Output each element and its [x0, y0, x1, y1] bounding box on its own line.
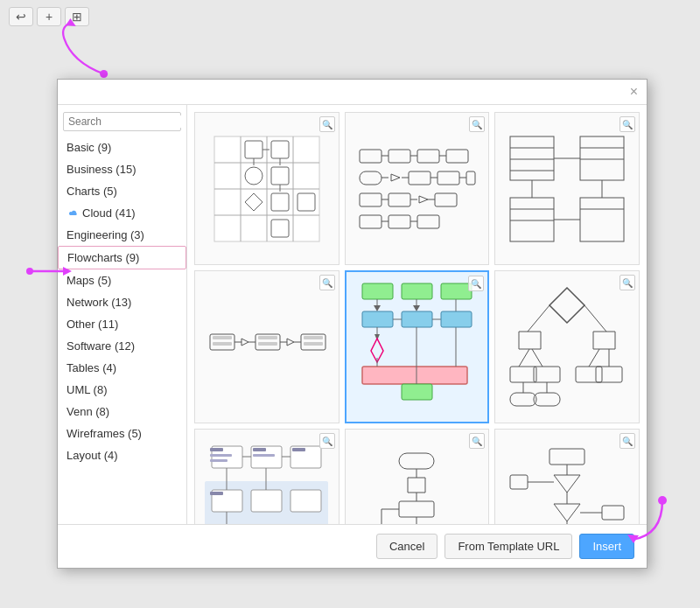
svg-point-166	[658, 496, 667, 505]
zoom-button-9[interactable]: 🔍	[620, 433, 635, 449]
card-content-6	[495, 271, 639, 423]
sidebar-item-basic[interactable]: Basic (9)	[58, 136, 186, 158]
from-template-url-button[interactable]: From Template URL	[444, 534, 572, 559]
zoom-button-3[interactable]: 🔍	[620, 116, 635, 132]
svg-rect-126	[292, 448, 305, 451]
svg-rect-94	[362, 367, 467, 384]
sidebar-item-business[interactable]: Business (15)	[58, 158, 186, 180]
svg-rect-46	[388, 215, 410, 228]
sidebar-item-wireframes[interactable]: Wireframes (5)	[58, 423, 186, 444]
svg-rect-59	[580, 198, 624, 241]
zoom-button-5[interactable]: 🔍	[468, 276, 484, 291]
svg-rect-32	[409, 171, 430, 185]
svg-rect-66	[213, 336, 232, 339]
card-content-2	[346, 113, 489, 264]
template-card-2[interactable]: 🔍	[345, 112, 490, 265]
sidebar-item-label: Basic (9)	[66, 141, 111, 154]
svg-rect-106	[534, 367, 560, 382]
svg-marker-30	[391, 174, 400, 181]
template-card-6[interactable]: 🔍	[494, 270, 640, 423]
sidebar-item-other[interactable]: Other (11)	[58, 313, 186, 335]
cloud-icon	[66, 209, 79, 218]
svg-rect-130	[290, 490, 321, 512]
grid-icon: ⊞	[72, 10, 82, 24]
sidebar-item-label: Business (15)	[66, 163, 136, 176]
card-content-5	[346, 272, 488, 422]
zoom-button-4[interactable]: 🔍	[319, 275, 335, 290]
svg-line-101	[528, 305, 550, 332]
sidebar-item-venn[interactable]: Venn (8)	[58, 401, 186, 423]
insert-button[interactable]: Insert	[579, 534, 634, 559]
svg-rect-104	[510, 367, 536, 382]
template-card-9[interactable]: 🔍	[494, 429, 640, 524]
svg-rect-72	[258, 336, 277, 339]
svg-rect-138	[399, 453, 434, 469]
svg-marker-140	[408, 478, 425, 493]
sidebar-item-maps[interactable]: Maps (5)	[58, 269, 186, 291]
sidebar-item-label: Maps (5)	[66, 274, 111, 287]
card-content-3	[495, 113, 639, 264]
sidebar-item-tables[interactable]: Tables (4)	[58, 357, 186, 379]
cancel-button[interactable]: Cancel	[376, 534, 438, 559]
close-button[interactable]: ×	[626, 83, 641, 101]
svg-marker-152	[554, 475, 580, 493]
svg-rect-120	[210, 454, 232, 457]
sidebar-item-network[interactable]: Network (13)	[58, 291, 186, 313]
sidebar-item-flowcharts[interactable]: Flowcharts (9)	[58, 246, 186, 269]
sidebar-item-label: Other (11)	[66, 318, 118, 331]
card-content-8	[346, 430, 489, 524]
svg-rect-150	[550, 449, 584, 465]
add-button[interactable]: +	[37, 7, 61, 26]
template-card-8[interactable]: 🔍	[345, 429, 490, 524]
sidebar-item-label: Venn (8)	[66, 405, 109, 418]
svg-rect-123	[253, 448, 266, 451]
dialog-body: 🔍 Basic (9) Business (15) Charts (5) Clo…	[58, 104, 647, 524]
zoom-button-6[interactable]: 🔍	[620, 275, 635, 290]
zoom-button-1[interactable]: 🔍	[319, 116, 335, 132]
svg-rect-36	[466, 171, 475, 185]
sidebar-item-layout[interactable]: Layout (4)	[58, 444, 186, 466]
grid-button[interactable]: ⊞	[65, 7, 89, 26]
search-box[interactable]: 🔍	[63, 112, 181, 131]
back-button[interactable]: ↩	[9, 7, 33, 26]
template-card-3[interactable]: 🔍	[494, 112, 640, 265]
svg-rect-142	[399, 501, 434, 517]
zoom-button-7[interactable]: 🔍	[319, 433, 335, 449]
dialog-footer: Cancel From Template URL Insert	[58, 524, 647, 568]
template-dialog: × 🔍 Basic (9) Business (15) Charts (5)	[57, 79, 648, 569]
template-grid: 🔍	[187, 105, 647, 524]
svg-rect-82	[441, 283, 472, 299]
card-content-7	[195, 430, 339, 524]
svg-rect-99	[441, 311, 472, 327]
template-card-5[interactable]: 🔍	[345, 270, 490, 423]
template-card-7[interactable]: 🔍	[194, 429, 340, 524]
svg-rect-67	[213, 342, 232, 346]
svg-rect-110	[576, 367, 602, 382]
svg-rect-78	[304, 336, 323, 339]
svg-rect-73	[258, 342, 277, 346]
sidebar-item-label: Cloud (41)	[82, 206, 136, 220]
svg-marker-100	[550, 288, 584, 323]
sidebar-item-engineering[interactable]: Engineering (3)	[58, 224, 186, 246]
sidebar-item-uml[interactable]: UML (8)	[58, 379, 186, 401]
svg-rect-114	[510, 393, 536, 406]
zoom-button-8[interactable]: 🔍	[469, 433, 485, 449]
sidebar-item-software[interactable]: Software (12)	[58, 335, 186, 357]
card-content-4	[195, 271, 339, 423]
dialog-header: ×	[58, 80, 647, 104]
svg-rect-121	[210, 459, 228, 462]
sidebar-item-charts[interactable]: Charts (5)	[58, 180, 186, 202]
svg-marker-69	[242, 339, 248, 346]
template-card-1[interactable]: 🔍	[194, 112, 340, 265]
zoom-button-2[interactable]: 🔍	[469, 116, 485, 132]
search-input[interactable]	[68, 115, 187, 128]
svg-rect-25	[417, 150, 439, 163]
svg-rect-23	[388, 150, 410, 163]
sidebar-item-label: Software (12)	[66, 339, 135, 353]
add-icon: +	[46, 10, 52, 24]
sidebar-item-cloud[interactable]: Cloud (41)	[58, 202, 186, 224]
svg-rect-156	[602, 506, 624, 520]
sidebar-item-label: Tables (4)	[66, 361, 116, 374]
sidebar-item-label: Engineering (3)	[66, 228, 144, 241]
template-card-4[interactable]: 🔍	[194, 270, 340, 423]
